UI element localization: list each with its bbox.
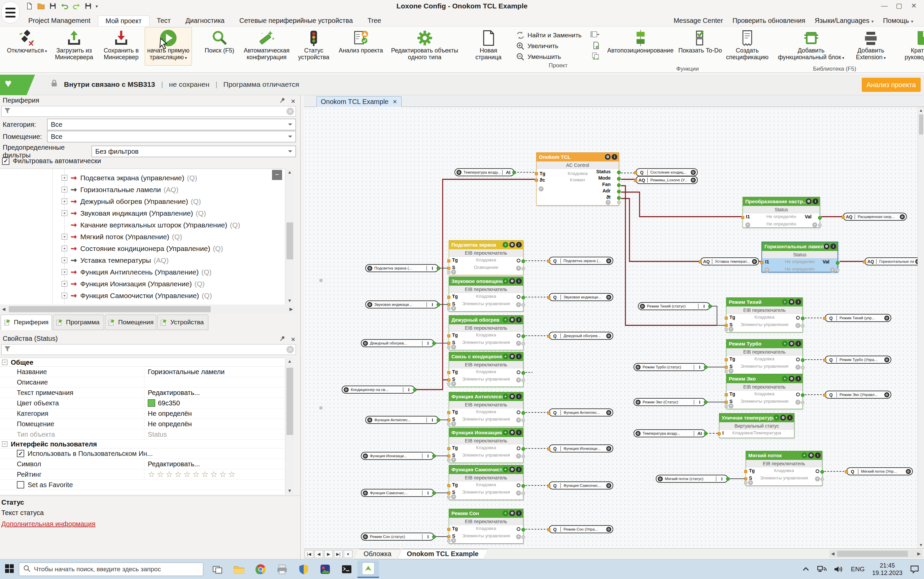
expander-plus-icon[interactable]: + <box>62 293 67 298</box>
clear-filter-icon[interactable]: ✕ <box>287 346 294 353</box>
property-row-помещение[interactable]: ПомещениеНе определён <box>0 419 285 429</box>
output-connector-capsule[interactable]: AQРасширенная скор...⚙ <box>843 213 907 221</box>
expander-plus-icon[interactable]: + <box>62 198 67 204</box>
gear-icon[interactable]: ⚙ <box>806 198 812 204</box>
close-icon[interactable]: ✕ <box>906 0 921 11</box>
properties-filter-field[interactable]: ✕ <box>2 344 296 355</box>
taskbar-app-printer[interactable] <box>271 561 293 578</box>
input-pin[interactable] <box>447 296 451 299</box>
ribbon-button-добавить-функциональный-блок[interactable]: Добавить функциональный блок ▾ <box>775 27 847 65</box>
input-connector-capsule[interactable]: ⚙Функция Самоочис...I <box>361 489 434 497</box>
info-icon[interactable]: i <box>516 242 522 248</box>
plus-icon[interactable]: + <box>503 242 508 248</box>
checkbox[interactable]: ✓ <box>17 450 24 457</box>
plus-icon[interactable]: + <box>503 430 508 435</box>
start-button[interactable] <box>0 564 19 575</box>
gear-icon[interactable]: ⚙ <box>789 376 795 381</box>
gear-icon[interactable]: ⚙ <box>509 394 515 399</box>
output-dot-status[interactable] <box>617 170 621 174</box>
output-O[interactable] <box>816 469 819 473</box>
plus-icon[interactable]: + <box>503 317 508 323</box>
ribbon-button-сохранить-в-минисервер[interactable]: Сохранить в Минисервер <box>98 27 145 65</box>
output-dot-mode[interactable] <box>617 177 621 181</box>
expander-plus-icon[interactable]: + <box>62 257 67 263</box>
ribbon-button-увеличить[interactable]: Увеличить9 <box>516 41 600 51</box>
info-icon[interactable]: i <box>516 394 522 399</box>
tab-программа[interactable]: Программа <box>53 314 104 330</box>
input-connector-capsule[interactable]: ⚙Режим Эко (Статус)I <box>634 398 706 406</box>
gear-icon[interactable]: ⚙ <box>509 353 515 359</box>
menu-item-проверить-обновления[interactable]: Проверить обновления <box>728 15 810 26</box>
tab-помещения[interactable]: Помещения <box>105 314 156 330</box>
window-select-icon[interactable] <box>590 31 600 40</box>
input-pin[interactable] <box>725 401 728 404</box>
property-section-header[interactable]: −Интерфейс пользователя <box>0 440 285 448</box>
output-connector-capsule[interactable]: QМягкий поток (Упр...⚙ <box>846 467 913 475</box>
input-pin[interactable] <box>447 303 451 306</box>
color-swatch[interactable] <box>148 399 155 407</box>
input-connector-capsule[interactable]: ⚙Режим Турбо (статус)I <box>634 363 706 371</box>
checkbox[interactable] <box>17 481 24 489</box>
sheet-tab-onokom-tcl-example[interactable]: Onokom TCL Example <box>398 549 488 559</box>
input-pin[interactable] <box>447 492 451 494</box>
info-icon[interactable]: i <box>795 376 801 381</box>
output-O[interactable] <box>517 411 520 414</box>
input-pin[interactable] <box>447 528 451 531</box>
close-tab-icon[interactable]: ✕ <box>393 98 397 105</box>
output-connector-capsule[interactable]: QФункция Антиплес...⚙ <box>549 409 613 417</box>
output-connector-capsule[interactable]: QПодсветка экрана (...⚙ <box>549 257 613 265</box>
input-pin[interactable] <box>447 371 451 374</box>
info-icon[interactable]: i <box>516 317 522 323</box>
close-panel-icon[interactable]: ✕ <box>291 96 295 107</box>
tree-item[interactable]: +⇝Звуковая индикация (Управление)(Q) <box>62 207 206 219</box>
output-dot[interactable] <box>836 261 839 265</box>
function-block-sound-alert[interactable]: Звуковое оповещение+⚙iEIB переключательT… <box>449 276 523 312</box>
input-pin[interactable] <box>447 535 451 538</box>
function-block-self-clean[interactable]: Функция Самоочистки+⚙iEIB переключательT… <box>449 465 523 500</box>
taskbar-app-explorer[interactable] <box>228 561 250 578</box>
tree-item[interactable]: +⇝Состояние кондиционера (Управление)(Q) <box>62 242 223 254</box>
gear-icon[interactable]: ⚙ <box>509 430 515 435</box>
gear-icon[interactable]: ⚙ <box>509 242 515 248</box>
pin-icon[interactable] <box>279 96 285 107</box>
plus-icon[interactable]: + <box>503 394 508 399</box>
output-connector-capsule[interactable]: QСостояние кондиц...⚙ <box>636 168 698 176</box>
gear-icon[interactable]: ⚙ <box>789 299 795 305</box>
maximize-icon[interactable]: ▢ <box>892 0 906 11</box>
canvas-v-scrollbar[interactable]: ▲▼ <box>917 107 924 548</box>
input-connector-capsule[interactable]: ⚙Температура возду...AI <box>634 429 706 437</box>
input-pin[interactable] <box>725 324 728 327</box>
function-block-horizontal-lamellas[interactable]: Горизонтальные ламели⚙iStatusI1Не опреде… <box>762 242 838 273</box>
input-pin[interactable] <box>718 432 721 435</box>
input-pin[interactable] <box>725 317 728 320</box>
taskbar-app-chrome[interactable] <box>250 561 271 578</box>
info-icon[interactable]: i <box>516 467 522 472</box>
gear-icon[interactable]: ⚙ <box>509 510 515 516</box>
output-O[interactable] <box>796 358 800 361</box>
gear-icon[interactable]: ⚙ <box>509 278 515 284</box>
input-connector-capsule[interactable]: ⚙Функция Антиплес...I <box>365 416 439 424</box>
tree-item[interactable]: +⇝Дежурный обогрев (Управление)(Q) <box>62 195 201 207</box>
ribbon-button-анализ-проекта[interactable]: Анализ проекта <box>337 27 384 65</box>
taskbar-app-defender[interactable] <box>293 561 315 578</box>
output-O[interactable] <box>517 295 520 299</box>
output-dot[interactable] <box>801 358 804 362</box>
menu-tab-мой-проект[interactable]: Мой проект <box>98 15 149 26</box>
taskbar-search-input[interactable]: Чтобы начать поиск, введите здесь запрос <box>19 563 203 576</box>
tab-периферия[interactable]: Периферия <box>1 314 52 330</box>
gear-icon[interactable]: ⚙ <box>824 244 829 249</box>
hamburger-menu-icon[interactable] <box>2 2 20 23</box>
input-pin[interactable] <box>744 478 747 481</box>
input-connector-capsule[interactable]: ⚙Мягкий поток (статус)I <box>656 475 728 483</box>
expander-plus-icon[interactable]: + <box>62 245 67 251</box>
output-O[interactable] <box>517 334 520 337</box>
tree-item[interactable]: ⇝Качание вертикальных шторок (Управление… <box>62 219 240 231</box>
clear-filter-icon[interactable]: ✕ <box>287 108 294 115</box>
output-O[interactable] <box>517 370 520 374</box>
taskbar-app-console[interactable] <box>336 561 357 578</box>
function-block-ionization[interactable]: Функция Ионизация+⚙iEIB переключательTgК… <box>449 428 523 463</box>
info-icon[interactable]: i <box>516 430 522 435</box>
output-dot[interactable] <box>820 470 824 474</box>
function-block-screen-backlight[interactable]: Подсветка экрана+⚙iEIB переключательTgКл… <box>449 240 523 275</box>
tab-устройства[interactable]: Устройства <box>157 314 208 330</box>
